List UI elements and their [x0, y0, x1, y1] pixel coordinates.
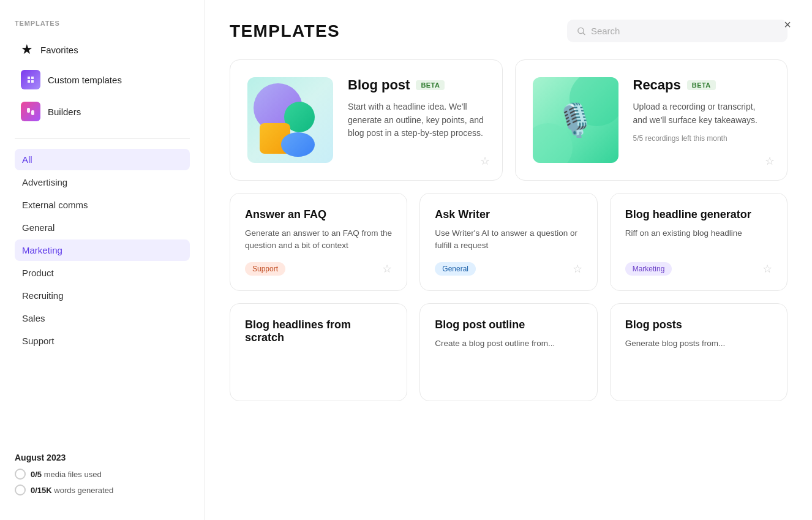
- main-content: × TEMPLATES Blog post BETA: [205, 0, 812, 520]
- media-usage-circle: [15, 469, 26, 480]
- blog-headline-generator-title: Blog headline generator: [625, 208, 772, 221]
- blog-post-content: Blog post BETA Start with a headline ide…: [348, 77, 485, 140]
- recaps-favorite-button[interactable]: ☆: [765, 154, 775, 168]
- custom-template-svg: [26, 75, 36, 85]
- media-usage-text: 0/5 media files used: [31, 470, 102, 479]
- sidebar: TEMPLATES ★ Favorites Custom templates B…: [0, 0, 205, 520]
- favorites-label: Favorites: [40, 45, 78, 55]
- search-bar[interactable]: [567, 20, 788, 42]
- main-header: TEMPLATES: [230, 20, 788, 42]
- words-usage-text: 0/15K words generated: [31, 486, 113, 495]
- blog-posts-description: Generate blog posts from...: [625, 337, 772, 350]
- blog-posts-title: Blog posts: [625, 318, 772, 331]
- small-card-blog-headline-generator[interactable]: Blog headline generator Riff on an exist…: [610, 193, 788, 291]
- answer-faq-content-top: Answer an FAQ Generate an answer to an F…: [245, 208, 392, 252]
- blog-post-outline-title: Blog post outline: [435, 318, 582, 331]
- svg-line-3: [583, 32, 585, 34]
- builders-label: Builders: [48, 107, 81, 117]
- blog-headline-generator-badge: Marketing: [625, 262, 672, 276]
- ask-writer-description: Use Writer's AI to answer a question or …: [435, 227, 582, 252]
- recaps-content: Recaps BETA Upload a recording or transc…: [633, 77, 770, 143]
- filter-list: All Advertising External comms General M…: [15, 149, 190, 352]
- filter-item-general[interactable]: General: [15, 217, 190, 238]
- answer-faq-favorite-button[interactable]: ☆: [382, 262, 392, 276]
- sidebar-item-custom-templates[interactable]: Custom templates: [15, 65, 190, 94]
- filter-item-support[interactable]: Support: [15, 330, 190, 352]
- blog-headlines-scratch-title: Blog headlines from scratch: [245, 318, 392, 344]
- mic-icon: 🎙️: [555, 102, 595, 139]
- blog-post-blue-circle: [281, 132, 315, 157]
- custom-templates-label: Custom templates: [48, 75, 122, 85]
- recaps-title-row: Recaps BETA: [633, 77, 770, 93]
- answer-faq-title: Answer an FAQ: [245, 208, 392, 221]
- blog-post-badge: BETA: [416, 80, 445, 90]
- search-input[interactable]: [591, 26, 778, 36]
- sidebar-divider: [15, 138, 190, 139]
- filter-item-advertising[interactable]: Advertising: [15, 171, 190, 193]
- small-card-ask-writer[interactable]: Ask Writer Use Writer's AI to answer a q…: [419, 193, 597, 291]
- hero-card-recaps[interactable]: 🎙️ Recaps BETA Upload a recording or tra…: [515, 59, 788, 181]
- small-cards-row-1: Answer an FAQ Generate an answer to an F…: [230, 193, 788, 291]
- sidebar-label: TEMPLATES: [15, 20, 190, 27]
- ask-writer-badge: General: [435, 262, 476, 276]
- blog-post-outline-top: Blog post outline Create a blog post out…: [435, 318, 582, 350]
- recaps-recordings: 5/5 recordings left this month: [633, 134, 770, 143]
- blog-headline-generator-favorite-button[interactable]: ☆: [762, 262, 772, 276]
- blog-headline-generator-description: Riff on an existing blog headline: [625, 227, 772, 239]
- close-button[interactable]: ×: [778, 15, 797, 34]
- blog-post-description: Start with a headline idea. We'll genera…: [348, 100, 485, 140]
- ask-writer-content-top: Ask Writer Use Writer's AI to answer a q…: [435, 208, 582, 252]
- answer-faq-footer: Support ☆: [245, 262, 392, 276]
- sidebar-item-builders[interactable]: Builders: [15, 97, 190, 126]
- words-usage-item: 0/15K words generated: [15, 484, 190, 496]
- filter-item-sales[interactable]: Sales: [15, 307, 190, 329]
- star-icon: ★: [21, 42, 33, 58]
- ask-writer-footer: General ☆: [435, 262, 582, 276]
- hero-card-blog-post[interactable]: Blog post BETA Start with a headline ide…: [230, 59, 503, 181]
- blog-post-favorite-button[interactable]: ☆: [480, 154, 490, 168]
- blog-headline-generator-content-top: Blog headline generator Riff on an exist…: [625, 208, 772, 239]
- hero-cards-grid: Blog post BETA Start with a headline ide…: [230, 59, 788, 181]
- search-icon: [577, 26, 586, 36]
- blog-post-title-row: Blog post BETA: [348, 77, 485, 93]
- builders-svg: [26, 107, 36, 116]
- recaps-description: Upload a recording or transcript, and we…: [633, 100, 770, 127]
- custom-templates-icon: [21, 70, 40, 89]
- blog-post-outline-description: Create a blog post outline from...: [435, 337, 582, 350]
- small-card-blog-posts[interactable]: Blog posts Generate blog posts from...: [610, 303, 788, 401]
- svg-rect-1: [31, 110, 34, 115]
- page-title: TEMPLATES: [230, 21, 340, 41]
- blog-posts-top: Blog posts Generate blog posts from...: [625, 318, 772, 350]
- filter-item-product[interactable]: Product: [15, 262, 190, 284]
- filter-item-all[interactable]: All: [15, 149, 190, 170]
- builders-icon: [21, 102, 40, 121]
- footer-title: August 2023: [15, 453, 190, 462]
- ask-writer-favorite-button[interactable]: ☆: [573, 262, 582, 276]
- small-card-blog-headlines-scratch[interactable]: Blog headlines from scratch: [230, 303, 407, 401]
- recaps-image: 🎙️: [533, 77, 618, 163]
- small-card-answer-faq[interactable]: Answer an FAQ Generate an answer to an F…: [230, 193, 407, 291]
- answer-faq-description: Generate an answer to an FAQ from the qu…: [245, 227, 392, 252]
- blog-headline-generator-footer: Marketing ☆: [625, 262, 772, 276]
- recaps-title: Recaps: [633, 77, 681, 93]
- ask-writer-title: Ask Writer: [435, 208, 582, 221]
- small-cards-row-2: Blog headlines from scratch Blog post ou…: [230, 303, 788, 401]
- filter-item-marketing[interactable]: Marketing: [15, 239, 190, 261]
- media-usage-item: 0/5 media files used: [15, 469, 190, 480]
- filter-item-recruiting[interactable]: Recruiting: [15, 285, 190, 306]
- sidebar-footer: August 2023 0/5 media files used 0/15K w…: [15, 443, 190, 500]
- blog-post-image: [247, 77, 333, 163]
- filter-item-external-comms[interactable]: External comms: [15, 194, 190, 216]
- answer-faq-badge: Support: [245, 262, 285, 276]
- svg-rect-0: [27, 108, 30, 113]
- small-card-blog-post-outline[interactable]: Blog post outline Create a blog post out…: [419, 303, 597, 401]
- blog-headlines-scratch-top: Blog headlines from scratch: [245, 318, 392, 350]
- recaps-badge: BETA: [687, 80, 716, 90]
- sidebar-item-favorites[interactable]: ★ Favorites: [15, 37, 190, 62]
- blog-post-title: Blog post: [348, 77, 410, 93]
- words-usage-circle: [15, 484, 26, 496]
